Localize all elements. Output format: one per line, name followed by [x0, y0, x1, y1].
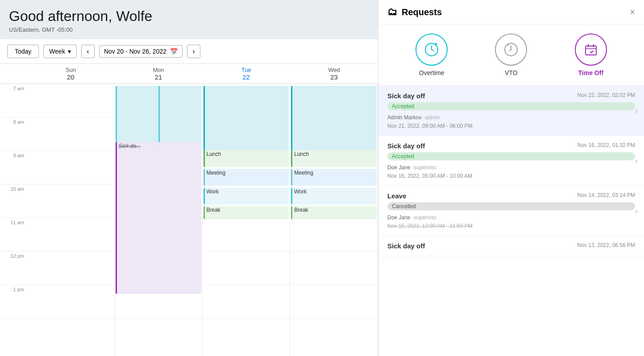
calendar-icon: 📅	[170, 48, 178, 55]
event-tue-shift[interactable]	[204, 86, 289, 151]
day-col-sun	[27, 84, 115, 356]
left-panel: Good afternoon, Wolfe US/Eastern, GMT -0…	[0, 0, 378, 356]
time-labels: 7 am 8 am 9 am 10 am 11 am 12 pm 1 pm	[0, 84, 27, 356]
date-range-display: Nov 20 - Nov 26, 2022 📅	[99, 45, 183, 58]
greeting-area: Good afternoon, Wolfe US/Eastern, GMT -0…	[0, 0, 378, 39]
time-label-7am: 7 am	[0, 84, 27, 117]
event-wed-meeting[interactable]: Meeting	[291, 169, 377, 186]
time-label-8am: 8 am	[0, 117, 27, 151]
day-header-tue: Tue 22	[203, 64, 291, 84]
req-name-4: Sick day off	[387, 242, 425, 250]
event-wed-break[interactable]: Break	[291, 206, 377, 219]
requests-header: 🗂 Requests ×	[378, 0, 644, 25]
overtime-icon-circle	[415, 34, 448, 66]
day-col-tue: Lunch Meeting Work Break	[203, 84, 291, 356]
timeoff-icon	[582, 41, 600, 59]
event-mon-sick[interactable]: Sick da...	[116, 142, 201, 294]
week-label: Week	[49, 48, 65, 55]
req-badge-3: Cancelled	[387, 202, 635, 210]
svg-rect-3	[586, 46, 596, 55]
req-badge-1: Accepted	[387, 102, 635, 110]
calendar-body: 7 am 8 am 9 am 10 am 11 am 12 pm 1 pm	[0, 84, 378, 356]
greeting-timezone: US/Eastern, GMT -05:00	[9, 26, 369, 33]
event-mon-shift2[interactable]	[158, 86, 201, 151]
req-admin-3: Doe Jane	[387, 214, 410, 221]
overtime-icon	[423, 41, 440, 59]
req-date-3: Nov 14, 2022, 03:14 PM	[578, 192, 635, 198]
time-label-9am: 9 am	[0, 151, 27, 184]
greeting-title: Good afternoon, Wolfe	[9, 8, 369, 25]
chevron-right-icon-3: ›	[635, 206, 638, 215]
time-label-10am: 10 am	[0, 184, 27, 218]
calendar-area: Sun 20 Mon 21 Tue 22 Wed 23 7 am 8 am 9 …	[0, 64, 378, 356]
timeoff-label: Time Off	[578, 69, 604, 76]
req-type-overtime[interactable]: Overtime	[415, 34, 448, 76]
request-item-1[interactable]: Sick day off Nov 22, 2022, 02:02 PM Acce…	[378, 86, 644, 136]
req-name-1: Sick day off	[387, 92, 425, 100]
event-tue-meeting[interactable]: Meeting	[204, 169, 289, 186]
time-label-11am: 11 am	[0, 218, 27, 251]
day-col-wed: Lunch Meeting Work Break	[290, 84, 378, 356]
request-item-4[interactable]: Sick day off Nov 13, 2022, 06:56 PM	[378, 236, 644, 256]
event-tue-work[interactable]: Work	[204, 188, 289, 205]
req-admin-2: Doe Jane	[387, 164, 410, 171]
day-header-mon: Mon 21	[115, 64, 203, 84]
day-headers: Sun 20 Mon 21 Tue 22 Wed 23	[0, 64, 378, 84]
request-item-2[interactable]: Sick day off Nov 16, 2022, 01:32 PM Acce…	[378, 136, 644, 186]
vto-label: VTO	[505, 69, 518, 76]
overtime-label: Overtime	[419, 69, 445, 76]
day-columns: Sick da... Lunch Lunch Mee... Work Break	[27, 84, 378, 356]
req-date-4: Nov 13, 2022, 06:56 PM	[578, 242, 635, 248]
request-types: Overtime VTO	[378, 25, 644, 86]
event-wed-work[interactable]: Work	[291, 188, 377, 205]
prev-week-button[interactable]: ‹	[81, 45, 95, 58]
req-time-3: Nov 15, 2022, 12:00 AM - 11:59 PM	[387, 223, 635, 229]
chevron-down-icon: ▾	[68, 48, 71, 55]
calendar-toolbar: Today Week ▾ ‹ Nov 20 - Nov 26, 2022 📅 ›	[0, 39, 378, 64]
time-label-12pm: 12 pm	[0, 251, 27, 285]
event-tue-break[interactable]: Break	[204, 206, 289, 219]
day-header-wed: Wed 23	[290, 64, 378, 84]
req-date-1: Nov 22, 2022, 02:02 PM	[578, 92, 635, 98]
req-name-3: Leave	[387, 192, 407, 200]
chevron-right-icon-1: ›	[635, 106, 638, 115]
time-label-1pm: 1 pm	[0, 285, 27, 318]
req-type-timeoff[interactable]: Time Off	[575, 34, 607, 76]
req-type-vto[interactable]: VTO	[495, 34, 527, 76]
req-time-1: Nov 21, 2022, 09:00 AM - 06:00 PM	[387, 123, 635, 129]
time-col-header	[0, 64, 27, 84]
event-tue-lunch[interactable]: Lunch	[204, 150, 289, 167]
chevron-right-icon-2: ›	[635, 156, 638, 165]
req-date-2: Nov 16, 2022, 01:32 PM	[578, 142, 635, 148]
event-wed-lunch[interactable]: Lunch	[291, 150, 377, 167]
req-name-2: Sick day off	[387, 142, 425, 150]
close-button[interactable]: ×	[630, 7, 635, 17]
today-button[interactable]: Today	[7, 45, 39, 58]
inbox-icon: 🗂	[387, 6, 397, 18]
timeoff-icon-circle	[575, 34, 607, 66]
date-range-text: Nov 20 - Nov 26, 2022	[104, 48, 166, 55]
req-admin-1: Admin Markov	[387, 114, 422, 121]
request-item-3[interactable]: Leave Nov 14, 2022, 03:14 PM Cancelled D…	[378, 186, 644, 236]
event-wed-shift[interactable]	[291, 86, 377, 151]
req-badge-2: Accepted	[387, 152, 635, 160]
svg-point-1	[435, 43, 437, 45]
right-panel: 🗂 Requests × Overtime	[378, 0, 644, 356]
day-header-sun: Sun 20	[27, 64, 115, 84]
week-selector[interactable]: Week ▾	[43, 45, 77, 58]
requests-list: Sick day off Nov 22, 2022, 02:02 PM Acce…	[378, 86, 644, 356]
vto-icon	[502, 41, 520, 59]
requests-title: 🗂 Requests	[387, 6, 442, 18]
vto-icon-circle	[495, 34, 527, 66]
day-col-mon: Sick da... Lunch Lunch Mee... Work Break	[115, 84, 203, 356]
req-time-2: Nov 16, 2022, 05:00 AM - 10:00 AM	[387, 173, 635, 179]
next-week-button[interactable]: ›	[187, 45, 200, 58]
